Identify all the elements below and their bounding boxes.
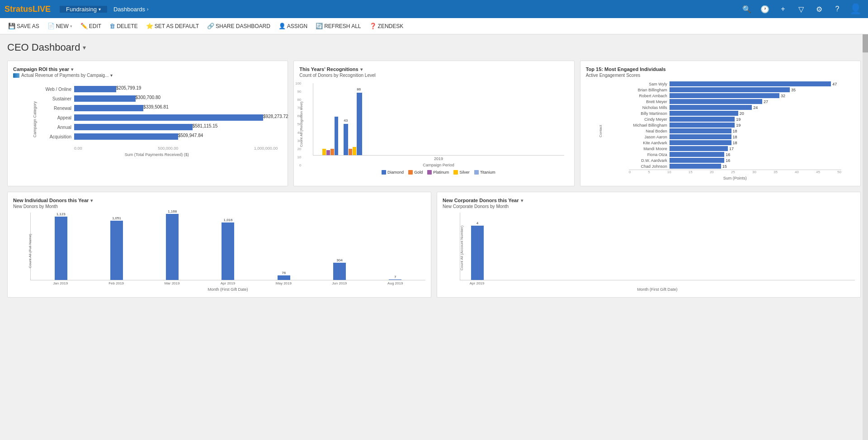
recognitions-dropdown[interactable]: ▾ — [360, 67, 363, 72]
new-individual-card: New Individual Donors this Year ▾ New Do… — [7, 192, 431, 298]
indiv-bar-col: 304 — [313, 258, 366, 280]
toolbar: 💾SAVE AS 📄NEW ▾ ✏️EDIT 🗑DELETE ⭐SET AS D… — [0, 18, 868, 34]
x-axis-label: Sum (Total Payments Received) ($) — [36, 152, 278, 157]
indiv-bar-col: 1,016 — [202, 218, 255, 280]
recog-bar-diamond-small — [335, 117, 338, 155]
nav-fundraising[interactable]: Fundraising ▾ — [60, 6, 107, 13]
indiv-bar-col: 76 — [257, 271, 310, 280]
top15-title: Top 15: Most Engaged Individuals — [586, 66, 855, 72]
legend-diamond: Diamond — [382, 170, 404, 175]
indiv-bar — [55, 217, 67, 280]
engaged-row: Neal Boden 18 — [629, 128, 841, 133]
new-indiv-xlabels: Jan 2019Feb 2019Mar 2019Apr 2019May 2019… — [30, 281, 425, 285]
user-avatar[interactable]: 👤 — [847, 0, 863, 18]
campaign-bar-row: Annual $581,115.15 — [36, 123, 278, 131]
indiv-bar — [166, 214, 179, 280]
legend-gold: Gold — [408, 170, 423, 175]
page: CEO Dashboard ▾ Campaign ROI this year ▾… — [0, 34, 868, 440]
refresh-button[interactable]: 🔄REFRESH ALL — [312, 21, 364, 31]
new-corp-y-label: Count All (Account Number) — [460, 234, 464, 270]
new-indiv-y-label: Count All (Full Name) — [28, 237, 32, 268]
new-corporate-title: New Corporate Donors this Year ▾ — [443, 198, 855, 203]
recog-bar-gold2 — [330, 149, 334, 155]
dashboard-bottom-row: New Individual Donors this Year ▾ New Do… — [7, 192, 861, 298]
top15-chart: Contact Sam Wyly 47 Brian Billingham 35 … — [586, 81, 855, 180]
delete-button[interactable]: 🗑DELETE — [106, 21, 142, 31]
engaged-row: Cindy Meyer 19 — [629, 117, 841, 122]
engaged-row: Brian Billingham 35 — [629, 87, 841, 92]
logo-text: StratusL — [5, 5, 38, 14]
campaign-bar-row: Acquisition $509,947.84 — [36, 133, 278, 140]
scrollbar-thumb[interactable] — [863, 34, 868, 52]
engaged-row: Mandi Moore 17 — [629, 146, 841, 151]
share-button[interactable]: 🔗SHARE DASHBOARD — [203, 21, 274, 31]
recog-bar-silver — [353, 147, 356, 155]
recog-y-label: Count All (Recognition level) — [299, 111, 303, 147]
set-default-button[interactable]: ⭐SET AS DEFAULT — [142, 21, 203, 31]
recog-bar-diamond-large: 86 — [357, 93, 362, 155]
assign-button[interactable]: 👤ASSIGN — [275, 21, 311, 31]
legend-titanium: Titanium — [474, 170, 495, 175]
new-indiv-x-label: Month (First Gift Date) — [30, 287, 425, 292]
indiv-bar-col: 1,051 — [90, 216, 143, 280]
campaign-bar-row: Web / Online $205,799.19 — [36, 85, 278, 93]
recog-bar-group-1 — [322, 117, 338, 155]
recog-bar-group-2: 43 86 — [344, 93, 362, 155]
indiv-bar — [333, 263, 346, 280]
new-individual-title: New Individual Donors this Year ▾ — [13, 198, 425, 203]
fundraising-chevron: ▾ — [99, 7, 101, 12]
settings-icon[interactable]: ⚙ — [811, 0, 827, 18]
page-title-dropdown[interactable]: ▾ — [83, 44, 86, 51]
save-as-button[interactable]: 💾SAVE AS — [5, 21, 43, 31]
indiv-bar — [110, 221, 123, 280]
new-individual-dropdown[interactable]: ▾ — [90, 198, 93, 203]
nav-dashboards[interactable]: Dashboards › — [107, 6, 155, 13]
dashboard-top-row: Campaign ROI this year ▾ Actual Revenue … — [7, 61, 861, 186]
x-axis: 0.00 500,000.00 1,000,000.00 — [74, 146, 278, 151]
new-button[interactable]: 📄NEW ▾ — [44, 21, 76, 31]
zendesk-button[interactable]: ❓ZENDESK — [366, 21, 407, 31]
search-icon[interactable]: 🔍 — [739, 0, 755, 18]
scrollbar[interactable] — [863, 34, 868, 440]
recog-bar-platinum — [326, 150, 330, 155]
top15-card: Top 15: Most Engaged Individuals Active … — [580, 61, 861, 186]
campaign-roi-chart: Campaign Category Web / Online $205,799.… — [13, 81, 282, 157]
new-corporate-chart: Count All (Account Number) 4 Apr 2019 Mo… — [443, 213, 855, 292]
engaged-row: Robert Ambach 32 — [629, 93, 841, 98]
add-icon[interactable]: + — [775, 0, 791, 18]
edit-button[interactable]: ✏️EDIT — [77, 21, 105, 31]
chart-icon — [13, 73, 19, 78]
new-corporate-card: New Corporate Donors this Year ▾ New Cor… — [437, 192, 861, 298]
campaign-roi-subtitle: Actual Revenue of Payments by Campaig...… — [13, 73, 282, 78]
engaged-row: Nicholas Mills 24 — [629, 105, 841, 110]
indiv-bar — [278, 275, 290, 280]
campaign-roi-card: Campaign ROI this year ▾ Actual Revenue … — [7, 61, 288, 186]
top15-subtitle: Active Engagement Scores — [586, 73, 855, 78]
recog-bar-gold — [322, 149, 326, 155]
indiv-bar-col: 1,123 — [34, 212, 87, 280]
new-corporate-dropdown[interactable]: ▾ — [521, 198, 523, 203]
engaged-chart-rows: Sam Wyly 47 Brian Billingham 35 Robert A… — [629, 81, 841, 169]
campaign-roi-dropdown[interactable]: ▾ — [71, 67, 73, 72]
legend-silver: Silver — [453, 170, 470, 175]
corp-bar — [471, 226, 484, 280]
top15-y-label: Contact — [598, 118, 602, 145]
indiv-bar-col: 1,168 — [146, 209, 199, 280]
help-icon[interactable]: ? — [829, 0, 845, 18]
corp-bar-col: 4 — [464, 221, 491, 280]
recog-x-label: 2019 — [313, 156, 564, 161]
filter-icon[interactable]: ▽ — [793, 0, 809, 18]
recog-bars: 43 86 — [313, 83, 564, 156]
campaign-bar-row: Sustainer $300,700.80 — [36, 95, 278, 102]
recognitions-chart: 1009080706050403020100 Count All (Recogn… — [299, 81, 568, 176]
engaged-row: D.W. Aardvark 16 — [629, 158, 841, 163]
history-icon[interactable]: 🕐 — [757, 0, 773, 18]
new-individual-chart: Count All (Full Name) 1,123 1,051 1,168 … — [13, 213, 425, 292]
engaged-row: Brett Meyer 27 — [629, 99, 841, 104]
recog-bar-gold3 — [349, 149, 352, 155]
campaign-bar-row: Renewal $339,506.81 — [36, 104, 278, 112]
dashboards-chevron: › — [147, 7, 148, 12]
engaged-row: Billy Martinson 20 — [629, 111, 841, 116]
indiv-bar-col: 7 — [369, 275, 422, 280]
recognitions-card: This Years' Recognitions ▾ Count of Dono… — [293, 61, 574, 186]
